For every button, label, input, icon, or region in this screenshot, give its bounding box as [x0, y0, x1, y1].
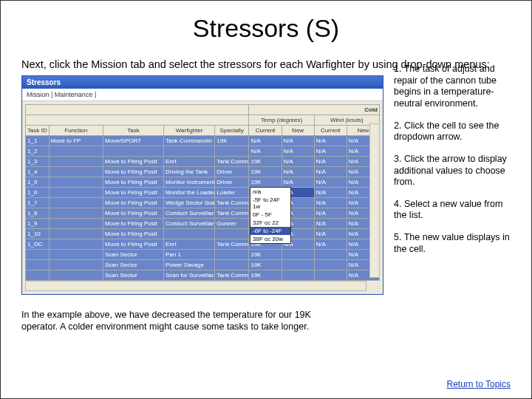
table-row: 1_4Move to Firing PositDriving the TankD…	[26, 167, 380, 177]
info-cell	[49, 177, 103, 188]
vertical-scrollbar[interactable]	[369, 123, 380, 278]
info-cell: Tank Commander	[215, 157, 249, 167]
info-cell: 1_4	[26, 167, 50, 177]
value-cell[interactable]: 19K	[249, 167, 282, 177]
info-cell: Scan Sector	[103, 260, 164, 270]
value-cell[interactable]: N/A	[249, 146, 282, 157]
value-cell[interactable]: N/A	[282, 157, 314, 167]
info-cell	[163, 146, 214, 157]
info-cell	[215, 146, 249, 157]
table-row: Scan SectorPan 119KN/A	[26, 250, 380, 260]
value-cell[interactable]: N/A	[314, 188, 347, 198]
info-cell: Monitor Instruments	[163, 177, 214, 188]
table-row: 1_6Move to Firing PositMonitor the Loade…	[26, 188, 380, 198]
info-cell	[49, 239, 103, 250]
info-cell: Tank Commander	[215, 198, 249, 208]
info-cell: Wedge Sector Scan	[163, 198, 214, 208]
example-caption: In the example above, we have decreased …	[21, 310, 347, 332]
group-header-row: Cold	[26, 105, 380, 115]
value-cell[interactable]: N/A	[314, 219, 347, 229]
value-cell[interactable]: N/A	[314, 136, 347, 146]
info-cell	[49, 260, 103, 270]
info-cell: Move to Firing Posit	[103, 229, 164, 239]
info-cell	[26, 250, 50, 260]
dropdown-option[interactable]: -5F to 24F 1w	[250, 196, 290, 211]
info-cell: Gunner	[215, 219, 249, 229]
info-cell: Driver	[215, 177, 249, 188]
dropdown-option[interactable]: 32F cc 22	[250, 219, 290, 227]
note-2: 2. Click the cell to see the dropdown ar…	[394, 120, 511, 143]
value-cell[interactable]: N/A	[314, 157, 347, 167]
info-cell: Driving the Tank	[163, 167, 214, 177]
value-cell[interactable]: 19K	[249, 177, 282, 188]
note-5: 5. The new value displays in the cell.	[394, 232, 511, 255]
info-cell: Power Savage	[163, 260, 214, 270]
value-cell[interactable]: N/A	[282, 136, 314, 146]
value-cell[interactable]: 19K	[249, 260, 282, 270]
value-cell[interactable]	[282, 270, 314, 281]
info-cell: 1_3	[26, 157, 50, 167]
info-cell: 1_1	[26, 136, 50, 146]
value-cell[interactable]: N/A	[314, 239, 347, 250]
value-cell[interactable]: N/A	[314, 146, 347, 157]
temp-new-dropdown[interactable]: n/a-5F to 24F 1w0F - 5F32F cc 22-6F to -…	[250, 187, 291, 244]
value-cell[interactable]	[314, 250, 347, 260]
value-cell[interactable]: N/A	[314, 198, 347, 208]
value-cell[interactable]: N/A	[314, 208, 347, 219]
horizontal-scrollbar[interactable]	[25, 281, 366, 291]
table-row: 1_DCMove to Firing PositEnrtTank Command…	[26, 239, 380, 250]
value-cell[interactable]: 19K	[249, 250, 282, 260]
value-cell[interactable]: N/A	[282, 177, 314, 188]
info-cell: 1_8	[26, 208, 50, 219]
info-cell: Enrt	[163, 239, 214, 250]
value-cell[interactable]	[314, 260, 347, 270]
value-cell[interactable]: N/A	[314, 167, 347, 177]
info-cell: Tank Commander	[215, 270, 249, 281]
info-cell: Move to Firing Posit	[103, 177, 164, 188]
info-cell: 1_5	[26, 177, 50, 188]
info-cell: 1_9	[26, 219, 50, 229]
info-cell: Move to Firing Posit	[103, 188, 164, 198]
info-cell: Driver	[215, 167, 249, 177]
info-cell: Move to FP	[49, 136, 103, 146]
return-to-topics-link[interactable]: Return to Topics	[447, 379, 511, 389]
info-cell: Tank Commander	[163, 136, 214, 146]
dropdown-option[interactable]: 0F - 5F	[250, 211, 290, 219]
info-cell: Monitor the Loader	[163, 188, 214, 198]
info-cell: 19K	[215, 136, 249, 146]
info-cell	[49, 208, 103, 219]
value-cell[interactable]	[282, 250, 314, 260]
value-cell[interactable]	[282, 260, 314, 270]
info-cell	[49, 188, 103, 198]
window-titlebar: Stressors	[22, 76, 383, 89]
value-cell[interactable]: 19K	[249, 157, 282, 167]
dropdown-option[interactable]: n/a	[250, 188, 290, 196]
stressors-table: Cold Temp (degrees) Wind (knots) Task ID…	[25, 104, 380, 281]
value-cell[interactable]: 19K	[249, 270, 282, 281]
value-cell[interactable]: N/A	[249, 136, 282, 146]
value-cell[interactable]: N/A	[314, 177, 347, 188]
dropdown-option[interactable]: 38F cc 20w	[250, 235, 290, 243]
info-cell	[26, 260, 50, 270]
table-row: 1_8Move to Firing PositConduct Surveilla…	[26, 208, 380, 219]
table-area: Cold Temp (degrees) Wind (knots) Task ID…	[22, 101, 383, 294]
info-cell: Move/SPORT	[103, 136, 164, 146]
value-cell[interactable]: N/A	[282, 146, 314, 157]
info-cell: Scan Sector	[103, 250, 164, 260]
value-cell[interactable]: N/A	[314, 229, 347, 239]
info-cell: Move to Firing Posit	[103, 157, 164, 167]
info-cell	[49, 157, 103, 167]
info-cell	[49, 167, 103, 177]
info-cell: Tank Commander	[215, 239, 249, 250]
info-cell	[215, 229, 249, 239]
note-3: 3. Click the arrow to display additional…	[394, 154, 511, 188]
note-1: 1. The task of adjust and repair of the …	[394, 64, 511, 110]
dropdown-option[interactable]: -6F to -24F	[250, 227, 290, 235]
stressors-window: Stressors Mission | Maintenance | Cold	[21, 75, 383, 295]
tab-bar[interactable]: Mission | Maintenance |	[22, 89, 383, 101]
value-cell[interactable]	[314, 270, 347, 281]
table-row: Scan SectorPower Savage19KN/A	[26, 260, 380, 270]
note-4: 4. Select a new value from the list.	[394, 199, 511, 222]
value-cell[interactable]: N/A	[282, 167, 314, 177]
info-cell: 1_7	[26, 198, 50, 208]
